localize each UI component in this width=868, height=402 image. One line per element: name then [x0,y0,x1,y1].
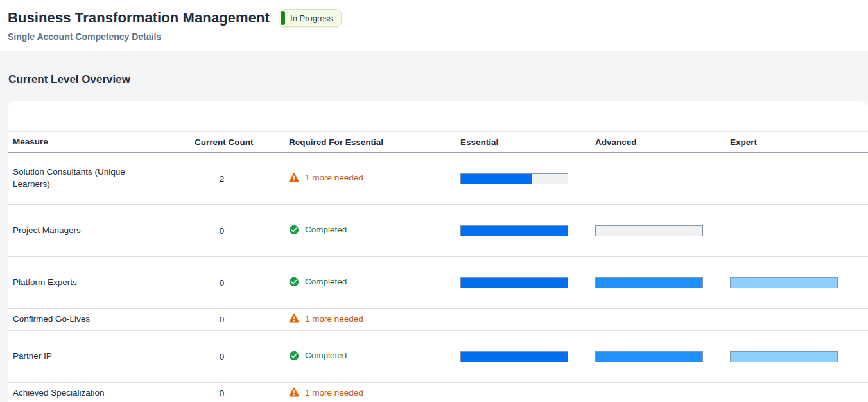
status-cell: Completed [289,351,460,363]
current-count-value: 2 [195,174,289,184]
table-row: Solution Consultants (Unique Learners) 2… [8,153,868,205]
status-badge: In Progress [279,9,341,27]
expert-progress-bar [730,277,838,288]
table-row: Platform Experts 0 Completed [8,257,868,309]
table-body: Solution Consultants (Unique Learners) 2… [8,153,868,402]
content-area: Current Level Overview Measure Current C… [0,51,868,402]
essential-cell [460,351,595,362]
status-indicator: Completed [289,277,347,287]
current-count-value: 0 [195,352,289,362]
current-count-value: 0 [195,315,289,324]
success-icon [289,225,299,235]
status-label: 1 more needed [305,314,363,324]
status-badge-label: In Progress [290,13,333,23]
page-title: Business Transformation Management [8,10,270,26]
expert-progress-fill [731,352,837,362]
warning-icon [289,387,299,398]
essential-cell [460,173,595,184]
status-cell: Completed [289,277,460,289]
title-row: Business Transformation Management In Pr… [8,9,868,27]
expert-progress-bar [730,351,838,362]
success-icon [289,277,299,287]
success-icon [289,351,299,361]
expert-cell [730,277,868,288]
table-row: Confirmed Go-Lives 0 1 more needed [8,309,868,331]
page-subtitle: Single Account Competency Details [8,31,868,42]
status-cell: 1 more needed [289,173,460,185]
advanced-progress-fill [596,352,702,362]
essential-progress-fill [461,174,532,184]
warning-icon [289,173,299,183]
current-count-value: 0 [195,226,289,236]
essential-progress-bar [460,173,568,184]
essential-progress-fill [461,226,568,236]
table-row: Partner IP 0 Completed [8,331,868,383]
advanced-progress-fill [596,278,702,288]
current-count-value: 0 [195,389,289,398]
page: Business Transformation Management In Pr… [0,0,868,402]
status-indicator: Completed [289,225,347,235]
page-header: Business Transformation Management In Pr… [0,0,868,51]
status-label: 1 more needed [305,388,363,398]
overview-card: Measure Current Count Required For Essen… [8,101,868,402]
measure-label: Achieved Specialization [13,387,163,399]
current-count-value: 0 [195,278,289,288]
advanced-cell [595,277,730,288]
essential-cell [460,277,595,288]
table-row: Achieved Specialization 0 1 more needed [8,383,868,402]
status-label: Completed [305,351,347,360]
essential-cell [460,225,595,236]
card-toolbar [8,101,868,131]
column-header-advanced: Advanced [595,137,730,147]
status-indicator: 1 more needed [289,173,363,183]
status-label: Completed [305,277,347,286]
status-cell: Completed [289,225,460,237]
column-header-measure: Measure [13,136,163,148]
advanced-progress-bar [595,225,703,236]
status-indicator: 1 more needed [289,387,363,398]
measure-label: Platform Experts [13,277,163,289]
essential-progress-bar [460,351,568,362]
status-indicator: Completed [289,351,347,361]
status-cell: 1 more needed [289,387,460,399]
advanced-cell [595,225,730,236]
column-header-expert: Expert [730,137,868,147]
column-header-required-for-essential: Required For Essential [289,137,460,147]
measure-label: Project Managers [13,225,163,237]
measure-label: Solution Consultants (Unique Learners) [13,166,163,191]
column-header-current-count: Current Count [195,137,289,147]
status-indicator: 1 more needed [289,313,363,324]
badge-accent-bar [281,11,285,25]
status-cell: 1 more needed [289,313,460,326]
table-header-row: Measure Current Count Required For Essen… [8,131,868,153]
essential-progress-bar [460,277,568,288]
status-label: Completed [305,225,347,234]
expert-cell [730,351,868,362]
table-row: Project Managers 0 Completed [8,205,868,257]
warning-icon [289,313,299,324]
essential-progress-bar [460,225,568,236]
advanced-progress-bar [595,351,703,362]
advanced-cell [595,351,730,362]
column-header-essential: Essential [460,137,595,147]
expert-progress-fill [731,278,837,288]
measure-label: Confirmed Go-Lives [13,313,163,326]
section-title: Current Level Overview [0,51,868,86]
essential-progress-fill [461,352,568,362]
essential-progress-fill [461,278,568,288]
measure-label: Partner IP [13,351,163,363]
status-label: 1 more needed [305,173,363,182]
advanced-progress-bar [595,277,703,288]
